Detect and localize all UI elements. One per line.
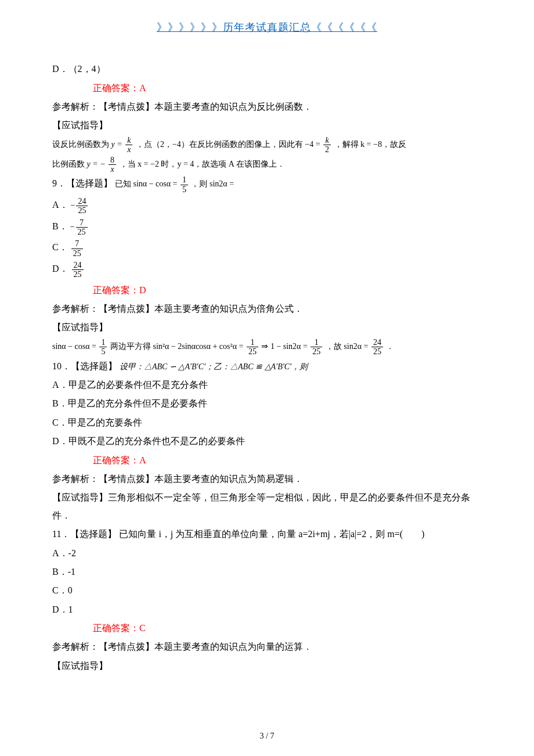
q10-stem: 10．【选择题】 设甲：△ABC ∽ △A′B′C′；乙：△ABC ≌ △A′B… — [52, 358, 482, 375]
q8-answer: 正确答案：A — [93, 80, 482, 97]
text: sinα − cosα = — [52, 342, 96, 351]
q11-option-c: C．0 — [52, 582, 482, 599]
q10-guide: 【应试指导】三角形相似不一定全等，但三角形全等一定相似，因此，甲是乙的必要条件但… — [52, 489, 482, 524]
q9-option-b: B． −725 — [52, 218, 482, 237]
q8-guide-line2: 比例函数 y = − 8x ，当 x = −2 时，y = 4，故选项 A 在该… — [52, 156, 482, 174]
q11-stem-text: 已知向量 i，j 为互相垂直的单位向量，向量 a=2i+mj，若|a|=2，则 … — [119, 529, 424, 539]
q10-answer: 正确答案：A — [93, 452, 482, 469]
q11-answer: 正确答案：C — [93, 620, 482, 637]
q9-option-d: D． 2425 — [52, 260, 482, 279]
q10-analysis: 参考解析：【考情点拨】本题主要考查的知识点为简易逻辑． — [52, 470, 482, 488]
q8-analysis: 参考解析：【考情点拨】本题主要考查的知识点为反比例函数． — [52, 98, 482, 116]
q10-label: 10．【选择题】 — [52, 361, 117, 371]
q8-guide-label: 【应试指导】 — [52, 117, 482, 134]
q11-label: 11．【选择题】 — [52, 529, 117, 539]
q9-guide-line: sinα − cosα = 15 两边平方得 sin²α − 2sinαcosα… — [52, 338, 482, 357]
q9-stem: 9．【选择题】 已知 sinα − cosα = 15 ，则 sin2α = — [52, 175, 482, 194]
page-number: 3 / 7 — [0, 729, 534, 744]
q11-option-b: B．-1 — [52, 563, 482, 581]
q10-stem-text: 设甲：△ABC ∽ △A′B′C′；乙：△ABC ≌ △A′B′C′，则 — [120, 362, 308, 371]
frac-24-25c: 2425 — [371, 338, 383, 357]
text: ，解得 k = −8，故反 — [334, 140, 406, 149]
frac-1-5: 15 — [181, 175, 188, 194]
frac-24-25: 2425 — [76, 197, 88, 215]
q11-option-a: A．-2 — [52, 545, 482, 562]
frac-k-x: kx — [125, 136, 132, 154]
q11-guide-label: 【应试指导】 — [52, 657, 482, 675]
q9-option-c: C． 725 — [52, 239, 482, 258]
q9-answer: 正确答案：D — [93, 282, 482, 299]
frac-8-x: 8x — [109, 156, 116, 174]
q11-option-d: D．1 — [52, 601, 482, 618]
eqn-y2: y = − — [87, 160, 106, 168]
frac-1-25: 125 — [247, 338, 258, 357]
frac-7-25: 725 — [76, 218, 88, 237]
q10-option-a: A．甲是乙的必要条件但不是充分条件 — [52, 376, 482, 394]
opt-prefix: C． — [52, 242, 68, 252]
text: ⇒ 1 − sin2α = — [261, 342, 307, 351]
text: ． — [386, 342, 394, 351]
opt-prefix: B． — [52, 221, 68, 231]
q10-option-d: D．甲既不是乙的充分条件也不是乙的必要条件 — [52, 433, 482, 450]
frac-1-5b: 15 — [99, 338, 107, 357]
text: ，故 sin2α = — [326, 342, 369, 351]
eqn-y: y = — [111, 140, 122, 149]
text: 两边平方得 sin²α − 2sinαcosα + cos²α = — [110, 342, 243, 351]
q9-guide-label: 【应试指导】 — [52, 319, 482, 336]
q9-label: 9．【选择题】 — [52, 178, 113, 188]
q11-analysis: 参考解析：【考情点拨】本题主要考查的知识点为向量的运算． — [52, 638, 482, 656]
q8-option-d: D．（2，4） — [52, 60, 482, 78]
header-link[interactable]: 》》》》》》历年考试真题汇总《《《《《《 — [52, 17, 482, 37]
text: 已知 sinα − cosα = — [115, 179, 177, 188]
frac-k-2: k2 — [323, 136, 331, 154]
frac-1-25b: 125 — [311, 338, 322, 357]
q9-analysis: 参考解析：【考情点拨】本题主要考查的知识点为倍角公式． — [52, 300, 482, 318]
frac-7-25b: 725 — [71, 239, 83, 258]
text: ，则 sin2α = — [191, 179, 234, 188]
q10-option-c: C．甲是乙的充要条件 — [52, 414, 482, 431]
opt-prefix: D． — [52, 264, 68, 273]
text: ，点（2，−4）在反比例函数的图像上，因此有 — [136, 140, 303, 149]
opt-prefix: A． — [52, 200, 68, 210]
text: 比例函数 — [52, 160, 85, 168]
text: 设反比例函数为 — [52, 140, 109, 149]
text: ，当 x = −2 时，y = 4，故选项 A 在该图像上． — [120, 160, 285, 168]
q10-option-b: B．甲是乙的充分条件但不是必要条件 — [52, 395, 482, 412]
q11-stem: 11．【选择题】 已知向量 i，j 为互相垂直的单位向量，向量 a=2i+mj，… — [52, 525, 482, 543]
q9-option-a: A． −2425 — [52, 196, 482, 215]
q8-guide-line1: 设反比例函数为 y = kx ，点（2，−4）在反比例函数的图像上，因此有 −4… — [52, 136, 482, 154]
eqn-neg4: −4 = — [305, 140, 320, 149]
frac-24-25b: 2425 — [72, 261, 84, 279]
